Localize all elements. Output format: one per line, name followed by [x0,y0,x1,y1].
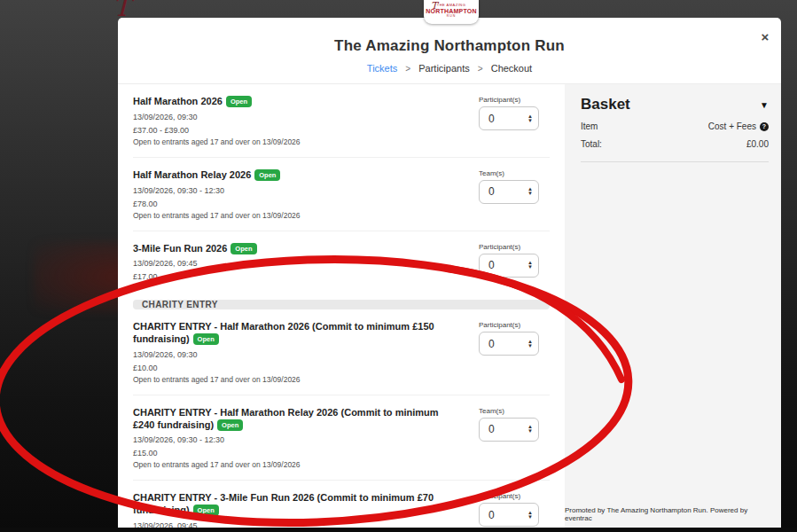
ticket-price: £37.00 - £39.00 [133,126,301,135]
close-icon[interactable]: × [757,29,773,45]
ticket-price: £10.00 [133,364,461,372]
quantity-label: Participant(s) [479,321,550,329]
ticket-datetime: 13/09/2026, 09:30 - 12:30 [133,186,301,195]
ticket-name: Half Marathon Relay 2026 [133,169,251,180]
basket-cost-column: Cost + Fees [708,121,756,131]
quantity-label: Participant(s) [479,96,550,104]
ticket-name: CHARITY ENTRY - 3-Mile Fun Run 2026 (Com… [133,492,434,515]
ticket-age-note: Open to entrants aged 17 and over on 13/… [133,460,461,469]
ticket-datetime: 13/09/2026, 09:30 [133,113,301,121]
stepper-spinner[interactable]: ▲▼ [527,425,533,434]
collapse-caret-icon[interactable]: ▼ [760,100,769,110]
breadcrumb: Tickets > Participants > Checkout [118,63,781,74]
status-badge: Open [226,96,252,107]
quantity-input[interactable] [488,113,515,125]
breadcrumb-separator: > [478,64,483,74]
ticket-name: CHARITY ENTRY - Half Marathon 2026 (Comm… [133,321,434,344]
quantity-label: Participant(s) [479,243,550,251]
ticket-list: Half Marathon 2026Open 13/09/2026, 09:30… [118,84,565,532]
ticket-row: Half Marathon 2026Open 13/09/2026, 09:30… [133,84,550,158]
quantity-stepper[interactable]: ▲▼ [479,418,539,442]
stepper-down-icon[interactable]: ▼ [527,192,533,196]
promoter-text: Promoted by The Amazing Northampton Run.… [565,506,770,522]
divider [581,161,769,162]
fees-help-icon[interactable]: ? [760,122,769,131]
quantity-stepper[interactable]: ▲▼ [479,180,539,204]
window-bottom-edge [0,528,797,532]
ticket-row: 3-Mile Fun Run 2026Open 13/09/2026, 09:4… [133,231,550,293]
modal-header: The Amazing Northampton Run Tickets > Pa… [118,18,781,83]
stepper-down-icon[interactable]: ▼ [527,515,533,520]
status-badge: Open [217,419,243,431]
stepper-spinner[interactable]: ▲▼ [527,114,533,123]
quantity-input[interactable] [488,185,515,198]
status-badge: Open [231,243,256,254]
status-badge: Open [193,333,219,345]
basket-title: Basket [581,96,630,113]
ticket-modal: × The Amazing Northampton Run Tickets > … [118,18,781,532]
ticket-age-note: Open to entrants aged 17 and over on 13/… [133,211,301,220]
ticket-row: Half Marathon Relay 2026Open 13/09/2026,… [133,158,550,231]
quantity-stepper[interactable]: ▲▼ [479,106,539,130]
event-logo: T THE AMAZING NORTHAMPTON RUN [424,0,479,24]
stepper-spinner[interactable]: ▲▼ [527,187,533,196]
ticket-age-note: Open to entrants aged 17 and over on 13/… [133,137,301,146]
quantity-input[interactable] [488,509,515,521]
quantity-label: Team(s) [479,169,550,177]
ticket-name: Half Marathon 2026 [133,96,223,106]
stepper-spinner[interactable]: ▲▼ [527,261,533,270]
breadcrumb-separator: > [405,64,410,74]
ticket-price: £78.00 [133,200,301,208]
ticket-row: CHARITY ENTRY - 3-Mile Fun Run 2026 (Com… [133,481,550,532]
ticket-name: CHARITY ENTRY - Half Marathon Relay 2026… [133,407,439,430]
status-badge: Open [254,169,280,181]
ticket-row: CHARITY ENTRY - Half Marathon 2026 (Comm… [133,309,550,395]
quantity-input[interactable] [488,423,515,435]
stepper-down-icon[interactable]: ▼ [527,429,533,434]
stepper-down-icon[interactable]: ▼ [527,119,533,123]
breadcrumb-participants: Participants [418,63,469,74]
ticket-age-note: Open to entrants aged 17 and over on 13/… [133,375,461,384]
stepper-spinner[interactable]: ▲▼ [527,340,533,348]
basket-item-column: Item [581,121,598,131]
quantity-input[interactable] [488,259,515,271]
stepper-down-icon[interactable]: ▼ [527,344,533,348]
ticket-datetime: 13/09/2026, 09:30 [133,350,461,359]
ticket-price: £15.00 [133,449,461,458]
basket-total-label: Total: [581,139,602,149]
breadcrumb-checkout: Checkout [491,63,532,74]
charity-section-header: CHARITY ENTRY [133,300,550,309]
stepper-down-icon[interactable]: ▼ [527,265,533,270]
ticket-datetime: 13/09/2026, 09:45 [133,259,257,268]
ticket-name: 3-Mile Fun Run 2026 [133,243,227,254]
ticket-row: CHARITY ENTRY - Half Marathon Relay 2026… [133,395,550,481]
basket-panel: Basket ▼ Item Cost + Fees ? Total: £0.00… [565,84,781,532]
quantity-label: Participant(s) [479,492,550,500]
ticket-datetime: 13/09/2026, 09:30 - 12:30 [133,435,461,444]
breadcrumb-tickets[interactable]: Tickets [367,63,397,74]
ticket-price: £17.00 [133,272,257,281]
quantity-stepper[interactable]: ▲▼ [479,503,539,527]
basket-total-value: £0.00 [746,139,769,149]
quantity-stepper[interactable]: ▲▼ [479,254,539,278]
quantity-label: Team(s) [479,407,550,415]
status-badge: Open [193,505,219,516]
logo-line-sub: RUN [424,15,479,19]
logo-script-initial: T [431,1,437,11]
stepper-spinner[interactable]: ▲▼ [527,511,533,520]
quantity-input[interactable] [488,338,515,350]
quantity-stepper[interactable]: ▲▼ [479,332,539,356]
page-title: The Amazing Northampton Run [118,37,781,55]
